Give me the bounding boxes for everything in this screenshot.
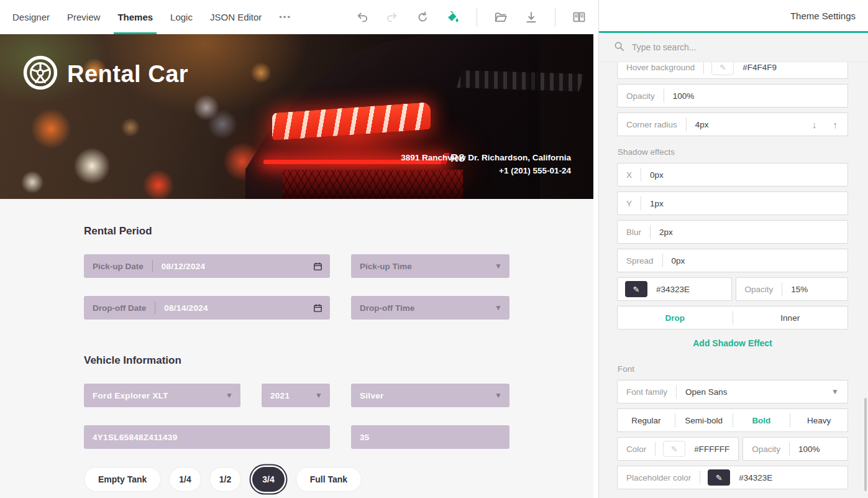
settings-search [599, 33, 868, 62]
opacity-label: Opacity [618, 91, 664, 101]
font-family-row: Font family Open Sans ▼ [617, 380, 848, 403]
weight-semibold-option[interactable]: Semi-bold [675, 416, 733, 425]
pickup-date-value[interactable]: 08/12/2024 [153, 262, 214, 271]
undo-icon[interactable] [355, 11, 368, 24]
vehicle-color-dropdown[interactable]: Silver ▼ [351, 384, 509, 407]
more-tabs-icon[interactable]: ••• [279, 12, 291, 22]
weight-bold-option[interactable]: Bold [733, 416, 790, 425]
tab-themes[interactable]: Themes [117, 0, 153, 34]
decrease-icon[interactable]: ↓ [812, 119, 817, 130]
corner-radius-value[interactable]: 4px [687, 120, 718, 129]
dropoff-time-dropdown[interactable]: Drop-off Time ▼ [351, 296, 509, 320]
shadow-y-label: Y [618, 199, 641, 208]
tab-logic[interactable]: Logic [170, 0, 193, 34]
shadow-y-value[interactable]: 1px [641, 199, 672, 208]
stepper: ↓ ↑ [812, 119, 847, 130]
shadow-opacity-row: Opacity 15% [736, 277, 849, 301]
shadow-spread-row: Spread 0px [617, 249, 848, 272]
dropoff-date-field[interactable]: Drop-off Date 08/14/2024 [84, 296, 330, 320]
download-icon[interactable] [524, 11, 538, 24]
pickup-date-field[interactable]: Pick-up Date 08/12/2024 [84, 254, 330, 278]
tank-full-button[interactable]: Full Tank [296, 467, 362, 492]
dropoff-date-value[interactable]: 08/14/2024 [155, 303, 217, 313]
panel-header: Theme Settings [599, 0, 868, 31]
address-line-1: 3891 Ranchview Dr. Richardson, Californi… [401, 151, 571, 164]
vin-field[interactable]: 4Y1SL65848Z411439 [84, 425, 330, 449]
tank-quarter-button[interactable]: 1/4 [169, 467, 201, 492]
survey-canvas: R8 Rental Car [0, 34, 598, 498]
vehicle-year-dropdown[interactable]: 2021 ▼ [262, 384, 330, 407]
preview-panel-icon[interactable] [572, 11, 586, 24]
caret-down-icon: ▼ [226, 391, 240, 400]
increase-icon[interactable]: ↑ [833, 119, 838, 130]
tab-json-editor[interactable]: JSON Editor [210, 0, 262, 34]
vehicle-row-2: 4Y1SL65848Z411439 35 [84, 425, 593, 449]
corner-radius-row: Corner radius 4px ↓ ↑ [617, 113, 848, 136]
shadow-x-row: X 0px [617, 163, 848, 187]
shadow-blur-row: Blur 2px [617, 220, 848, 244]
weight-heavy-option[interactable]: Heavy [790, 416, 847, 425]
open-survey-icon[interactable] [494, 11, 508, 24]
tank-half-button[interactable]: 1/2 [209, 467, 241, 492]
vehicle-row-1: Ford Explorer XLT ▼ 2021 ▼ Silver ▼ [84, 384, 593, 407]
app-window: Designer Preview Themes Logic JSON Edito… [0, 0, 868, 498]
apply-theme-paint-icon[interactable] [446, 11, 460, 24]
tank-level-group: Empty Tank 1/4 1/2 3/4 Full Tank [84, 467, 593, 492]
font-color-value[interactable]: #FFFFFF [685, 445, 738, 454]
calendar-icon[interactable] [313, 303, 330, 313]
font-section-title: Font [618, 364, 848, 374]
font-opacity-label: Opacity [743, 445, 789, 454]
toolbar-divider [555, 8, 555, 27]
shadow-color-opacity-row: ✎ #34323E Opacity 15% [617, 277, 848, 306]
vehicle-model-dropdown[interactable]: Ford Explorer XLT ▼ [84, 384, 240, 407]
pickup-time-dropdown[interactable]: Pick-up Time ▼ [351, 254, 509, 278]
panel-body: Hover background ✎ #F4F4F9 Opacity 100% … [599, 33, 868, 498]
survey-header-image: R8 Rental Car [0, 34, 593, 199]
hover-background-value[interactable]: #F4F4F9 [734, 63, 785, 72]
color-swatch-dark[interactable]: ✎ [625, 281, 647, 297]
divider [703, 60, 704, 74]
color-swatch-dark[interactable]: ✎ [708, 469, 730, 486]
weight-regular-option[interactable]: Regular [618, 416, 675, 425]
panel-scrollbar[interactable] [864, 398, 867, 491]
color-swatch-light[interactable]: ✎ [663, 441, 685, 457]
section-title-rental-period: Rental Period [84, 225, 593, 237]
shadow-spread-value[interactable]: 0px [663, 256, 694, 265]
add-shadow-effect-link[interactable]: Add Shadow Effect [617, 338, 848, 348]
mileage-value[interactable]: 35 [351, 433, 378, 442]
reset-theme-icon[interactable] [416, 11, 429, 24]
calendar-icon[interactable] [313, 262, 330, 271]
vin-value[interactable]: 4Y1SL65848Z411439 [84, 433, 186, 442]
font-opacity-value[interactable]: 100% [790, 445, 829, 454]
corner-radius-label: Corner radius [618, 120, 686, 129]
shadow-color-value[interactable]: #34323E [647, 285, 698, 294]
shadow-type-toggle: Drop Inner [617, 306, 848, 330]
opacity-value[interactable]: 100% [664, 91, 703, 101]
shadow-x-value[interactable]: 0px [641, 170, 672, 180]
mileage-field[interactable]: 35 [351, 425, 509, 449]
font-color-row: Color ✎ #FFFFFF [617, 437, 739, 461]
tab-designer[interactable]: Designer [12, 0, 50, 34]
shadow-blur-value[interactable]: 2px [651, 228, 682, 237]
search-input[interactable] [632, 42, 818, 52]
shadow-opacity-value[interactable]: 15% [782, 285, 816, 294]
theme-settings-panel: Theme Settings Hover background ✎ [598, 0, 868, 498]
tank-empty-button[interactable]: Empty Tank [84, 467, 161, 492]
tab-preview[interactable]: Preview [67, 0, 100, 34]
toolbar-actions [355, 8, 598, 27]
hover-background-label: Hover background [618, 63, 703, 72]
dropoff-date-label: Drop-off Date [84, 303, 155, 313]
pencil-icon: ✎ [671, 445, 678, 454]
top-toolbar: Designer Preview Themes Logic JSON Edito… [0, 0, 598, 34]
logo-text: Rental Car [67, 61, 188, 88]
shadow-drop-option[interactable]: Drop [618, 313, 733, 323]
caret-down-icon: ▼ [315, 391, 330, 400]
placeholder-color-value[interactable]: #34323E [730, 473, 781, 482]
address-line-2: +1 (201) 555-01-24 [401, 164, 571, 177]
tank-three-quarter-button[interactable]: 3/4 [252, 467, 284, 492]
vehicle-color-value: Silver [351, 391, 393, 400]
shadow-inner-option[interactable]: Inner [733, 313, 848, 323]
redo-icon[interactable] [385, 11, 399, 24]
caret-down-icon[interactable]: ▼ [831, 387, 847, 396]
font-family-value[interactable]: Open Sans [677, 387, 736, 397]
